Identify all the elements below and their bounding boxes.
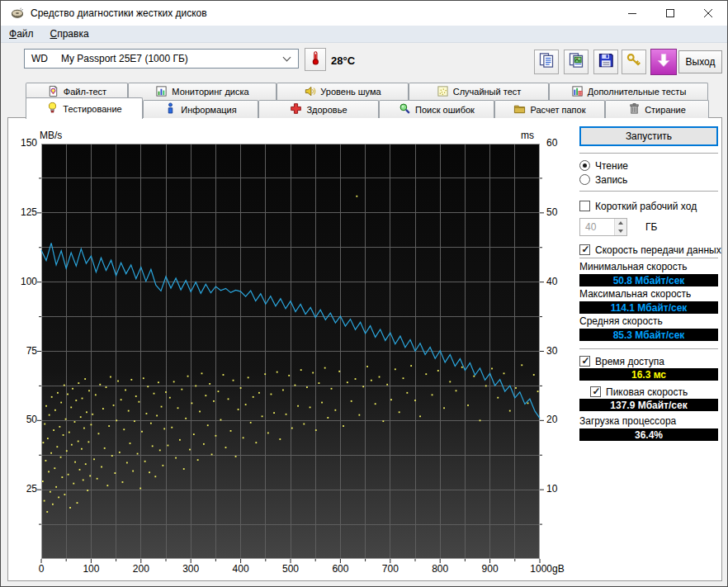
y-left-tick-label: 100 xyxy=(8,276,37,287)
y-left-axis-unit: MB/s xyxy=(40,130,62,141)
burst-rate-label: Пиковая скорость xyxy=(606,386,688,398)
file-test-icon xyxy=(47,85,59,99)
short-stroke-size-input[interactable]: 40 xyxy=(579,218,627,236)
burst-rate-value-box: 137.9 Мбайт/сек xyxy=(579,399,718,411)
close-button[interactable] xyxy=(689,1,727,26)
access-time-checkbox[interactable]: Время доступа xyxy=(579,355,718,367)
benchmark-panel: MB/s ms 01002003004005006007008009001000… xyxy=(7,117,722,581)
x-tick-label: 700 xyxy=(372,563,409,575)
tab-benchmark[interactable]: Тестирование xyxy=(26,97,143,119)
extra-tests-icon xyxy=(571,85,584,99)
tab-label: Уровень шума xyxy=(320,87,381,97)
folder-usage-icon xyxy=(513,102,526,116)
tab-label: Дополнительные тесты xyxy=(588,87,687,97)
x-tick-label: 100 xyxy=(73,563,109,575)
y-right-axis-unit: ms xyxy=(521,130,534,141)
tab-info[interactable]: Информация xyxy=(143,100,258,118)
min-speed-value-box: 50.8 Мбайт/сек xyxy=(579,274,718,286)
read-radio-label: Чтение xyxy=(595,160,628,172)
spinner-down-button[interactable] xyxy=(615,227,626,235)
copy-image-button[interactable] xyxy=(564,50,589,74)
x-tick-label: 0 xyxy=(23,563,59,575)
drive-model: My Passport 25E7 (1000 ГБ) xyxy=(61,53,188,64)
tab-random-test[interactable]: Случайный тест xyxy=(409,83,549,100)
separator xyxy=(579,191,718,192)
hard-disk-icon xyxy=(11,7,24,20)
keys-button[interactable] xyxy=(622,50,646,74)
y-right-tick-label: 20 xyxy=(546,414,557,425)
checkbox-box xyxy=(579,356,590,367)
title-bar: Средство диагностики жестких дисков xyxy=(1,1,727,26)
tab-label: Тестирование xyxy=(63,104,121,114)
menu-file[interactable]: Файл xyxy=(1,26,42,42)
download-button[interactable] xyxy=(650,49,677,75)
tab-label: Расчет папок xyxy=(530,105,585,115)
transfer-rate-checkbox[interactable]: Скорость передачи данных xyxy=(579,244,718,256)
noise-level-icon xyxy=(304,85,316,99)
tab-erase[interactable]: Стирание xyxy=(605,100,709,118)
max-speed-value-box: 114.1 Мбайт/сек xyxy=(579,301,718,314)
random-test-icon xyxy=(437,85,449,99)
separator xyxy=(579,153,718,154)
tab-label: Здоровье xyxy=(306,105,347,115)
burst-rate-checkbox[interactable]: Пиковая скорость xyxy=(590,386,718,398)
y-left-tick-label: 150 xyxy=(8,137,37,149)
copy-image-icon xyxy=(568,52,584,72)
copy-text-button[interactable] xyxy=(534,50,559,74)
cpu-usage-label: Загрузка процессора xyxy=(579,415,718,428)
exit-button[interactable]: Выход xyxy=(678,50,722,73)
start-button[interactable]: Запустить xyxy=(579,126,718,146)
avg-speed-label: Средняя скорость xyxy=(579,315,718,328)
tab-label: Файл-тест xyxy=(64,87,106,97)
x-tick-label: 400 xyxy=(223,563,259,575)
temperature-button[interactable] xyxy=(305,48,326,71)
erase-icon xyxy=(628,102,641,116)
y-right-tick-label: 50 xyxy=(546,206,557,218)
maximize-button[interactable] xyxy=(651,1,689,26)
tab-health[interactable]: Здоровье xyxy=(258,100,379,118)
menu-help[interactable]: Справка xyxy=(42,26,97,42)
separator xyxy=(579,258,718,258)
copy-text-icon xyxy=(538,52,555,72)
y-left-tick-label: 125 xyxy=(8,206,37,218)
checkbox-box xyxy=(579,201,590,211)
download-arrow-icon xyxy=(655,52,672,72)
drive-select[interactable]: WD My Passport 25E7 (1000 ГБ) xyxy=(24,49,299,69)
radio-circle xyxy=(579,174,590,185)
avg-speed-value-box: 85.3 Мбайт/сек xyxy=(579,329,718,341)
tab-folder-usage[interactable]: Расчет папок xyxy=(494,100,605,118)
write-radio[interactable]: Запись xyxy=(579,173,718,186)
save-button[interactable] xyxy=(593,50,618,74)
y-left-tick-label: 50 xyxy=(8,414,37,425)
x-tick-label: 600 xyxy=(322,563,358,575)
checkbox-box xyxy=(590,386,601,397)
read-radio[interactable]: Чтение xyxy=(579,159,718,172)
minimize-button[interactable] xyxy=(613,1,651,26)
short-stroke-label: Короткий рабочий ход xyxy=(595,201,697,212)
x-tick-label: 800 xyxy=(422,563,458,575)
keys-icon xyxy=(626,52,642,72)
benchmark-icon xyxy=(46,102,59,116)
tab-disk-monitor[interactable]: Мониторинг диска xyxy=(128,83,277,100)
tab-label: Мониторинг диска xyxy=(172,87,248,97)
tab-noise-level[interactable]: Уровень шума xyxy=(277,83,409,100)
menu-bar: Файл Справка xyxy=(1,26,727,43)
tab-error-scan[interactable]: Поиск ошибок xyxy=(379,100,494,118)
disk-monitor-icon xyxy=(155,85,168,99)
tab-extra-tests[interactable]: Дополнительные тесты xyxy=(549,83,708,100)
short-stroke-size-value: 40 xyxy=(580,219,614,235)
y-right-tick-label: 60 xyxy=(546,137,557,149)
radio-circle xyxy=(579,160,590,171)
control-panel: Запустить Чтение Запись Короткий рабочий… xyxy=(579,118,718,441)
x-tick-label: 900 xyxy=(472,563,508,575)
spinner-up-button[interactable] xyxy=(615,219,626,227)
window-title: Средство диагностики жестких дисков xyxy=(31,7,613,19)
temperature-value: 28°C xyxy=(331,54,355,67)
x-tick-label: 200 xyxy=(123,563,159,575)
max-speed-label: Максимальная скорость xyxy=(579,288,718,301)
x-tick-label: 500 xyxy=(272,563,309,575)
y-left-tick-label: 75 xyxy=(8,345,37,357)
health-icon xyxy=(290,102,302,116)
short-stroke-checkbox[interactable]: Короткий рабочий ход xyxy=(579,200,718,212)
benchmark-chart xyxy=(41,144,540,559)
